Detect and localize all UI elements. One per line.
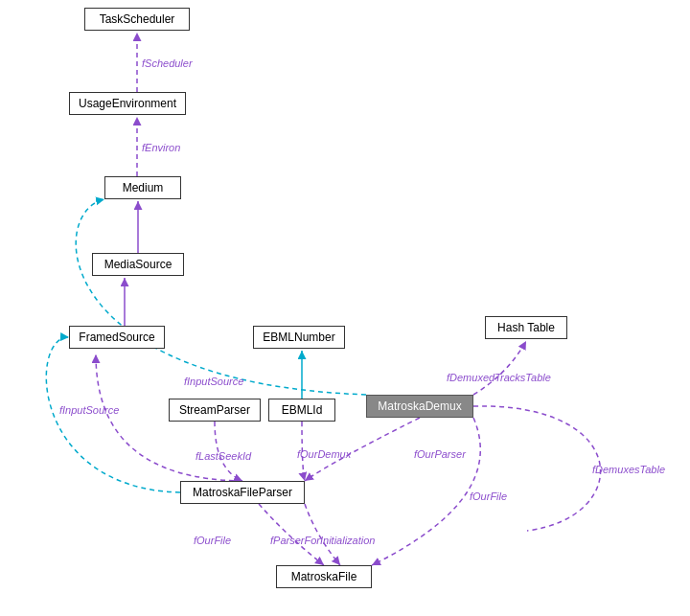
diagram-container: TaskScheduler UsageEnvironment Medium Me… bbox=[0, 0, 690, 616]
label-fourfile1: fOurFile bbox=[470, 491, 507, 502]
node-ebmlid: EBMLId bbox=[268, 399, 335, 422]
node-taskscheduler: TaskScheduler bbox=[84, 8, 190, 31]
node-matroskanemux: MatroskaDemux bbox=[366, 395, 473, 418]
node-framedsource: FramedSource bbox=[69, 326, 165, 349]
node-streamparser: StreamParser bbox=[169, 399, 261, 422]
label-finputsource2: fInputSource bbox=[59, 404, 119, 416]
node-matroskafileparser: MatroskaFileParser bbox=[180, 481, 305, 504]
node-medium: Medium bbox=[104, 176, 181, 199]
node-usageenvironment: UsageEnvironment bbox=[69, 92, 186, 115]
label-fourfile2: fOurFile bbox=[194, 535, 231, 546]
node-matroskafile: MatroskaFile bbox=[276, 565, 372, 588]
node-ebmlnumber: EBMLNumber bbox=[253, 326, 345, 349]
node-mediasource: MediaSource bbox=[92, 253, 184, 276]
label-flastseekid: fLastSeekId bbox=[196, 450, 251, 462]
label-fparserforinitialization: fParserForInitialization bbox=[270, 535, 375, 546]
label-finputsource1: fInputSource bbox=[184, 376, 243, 387]
label-fdemuxestable: fDemuxesTable bbox=[592, 464, 665, 475]
label-fenviron: fEnviron bbox=[142, 142, 180, 153]
node-hashtable: Hash Table bbox=[485, 316, 567, 339]
label-fourparser: fOurParser bbox=[414, 448, 466, 460]
label-fourdemux: fOurDemux bbox=[297, 448, 351, 460]
label-fdemuxedtrackstable: fDemuxedTracksTable bbox=[447, 372, 551, 383]
label-fscheduler: fScheduler bbox=[142, 57, 193, 69]
